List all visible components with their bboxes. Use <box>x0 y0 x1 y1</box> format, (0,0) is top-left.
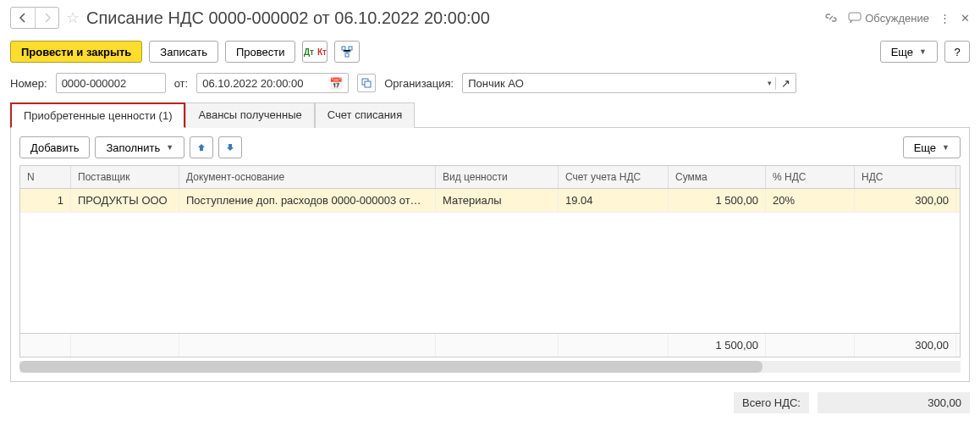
tab-acquired-values[interactable]: Приобретенные ценности (1) <box>10 102 185 128</box>
svg-rect-1 <box>342 47 345 50</box>
svg-rect-0 <box>849 13 861 20</box>
save-button[interactable]: Записать <box>149 41 218 63</box>
more-button[interactable]: Еще▼ <box>880 41 938 63</box>
svg-rect-3 <box>345 53 349 57</box>
col-account[interactable]: Счет учета НДС <box>559 166 669 188</box>
number-label: Номер: <box>10 77 47 90</box>
svg-rect-5 <box>365 81 371 87</box>
discussion-button[interactable]: Обсуждение <box>848 12 929 25</box>
chevron-down-icon: ▼ <box>166 143 173 152</box>
total-vat: 300,00 <box>855 334 956 357</box>
footer-total-value: 300,00 <box>818 392 970 413</box>
org-field[interactable]: Пончик АО ▾ ↗ <box>462 73 796 93</box>
panel-more-button[interactable]: Еще▼ <box>903 136 961 158</box>
linked-docs-button[interactable] <box>357 74 376 92</box>
structure-button[interactable] <box>334 41 360 63</box>
move-up-button[interactable] <box>190 136 213 158</box>
post-and-close-button[interactable]: Провести и закрыть <box>10 41 142 63</box>
horizontal-scrollbar[interactable] <box>19 361 961 373</box>
total-sum: 1 500,00 <box>669 334 766 357</box>
footer-total-label: Всего НДС: <box>734 392 809 413</box>
tab-writeoff-account[interactable]: Счет списания <box>315 102 415 128</box>
post-button[interactable]: Провести <box>225 41 296 63</box>
add-row-button[interactable]: Добавить <box>19 136 90 158</box>
number-field[interactable]: 0000-000002 <box>56 73 166 93</box>
org-label: Организация: <box>384 77 454 90</box>
values-table: N Поставщик Документ-основание Вид ценно… <box>19 165 961 357</box>
close-icon[interactable]: ✕ <box>961 12 970 25</box>
chevron-down-icon[interactable]: ▾ <box>768 79 772 87</box>
col-vat[interactable]: НДС <box>855 166 956 188</box>
from-label: от: <box>174 77 189 90</box>
open-ref-icon[interactable]: ↗ <box>775 77 790 90</box>
fill-button[interactable]: Заполнить▼ <box>95 136 184 158</box>
col-pct[interactable]: % НДС <box>766 166 855 188</box>
col-supplier[interactable]: Поставщик <box>71 166 179 188</box>
svg-rect-2 <box>349 47 352 50</box>
chevron-down-icon: ▼ <box>919 47 927 56</box>
col-n[interactable]: N <box>20 166 71 188</box>
debit-credit-button[interactable]: ДтКт <box>302 41 328 63</box>
nav-back-button[interactable] <box>11 8 35 28</box>
calendar-icon[interactable]: 📅 <box>329 77 343 90</box>
col-sum[interactable]: Сумма <box>669 166 766 188</box>
help-button[interactable]: ? <box>944 41 970 63</box>
col-doc[interactable]: Документ-основание <box>179 166 436 188</box>
move-down-button[interactable] <box>218 136 242 158</box>
page-title: Списание НДС 0000-000002 от 06.10.2022 2… <box>86 8 818 28</box>
table-row[interactable]: 1 ПРОДУКТЫ ООО Поступление доп. расходов… <box>20 189 960 213</box>
nav-forward-button[interactable] <box>35 8 58 28</box>
favorite-icon[interactable]: ☆ <box>66 8 80 27</box>
tab-advances[interactable]: Авансы полученные <box>185 102 314 128</box>
more-menu-icon[interactable]: ⋮ <box>939 12 950 25</box>
date-field[interactable]: 06.10.2022 20:00:00 📅 <box>196 73 349 93</box>
chevron-down-icon: ▼ <box>942 143 950 152</box>
col-type[interactable]: Вид ценности <box>436 166 559 188</box>
link-icon[interactable] <box>824 11 838 25</box>
